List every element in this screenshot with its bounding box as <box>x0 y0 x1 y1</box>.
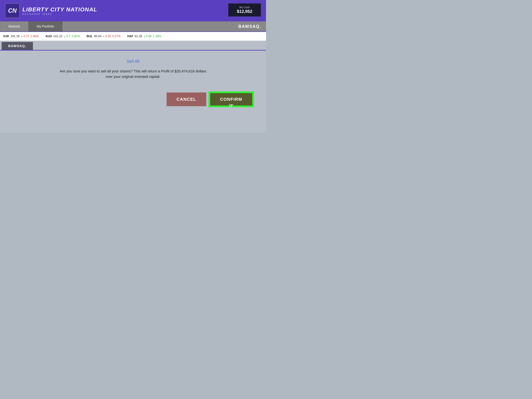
dialog-title: Sell All <box>10 59 256 64</box>
tab-markets[interactable]: Markets <box>0 21 28 32</box>
logo-icon: CN <box>5 3 20 18</box>
ticker-change: 0.25 <box>103 35 111 38</box>
logo-area: CN LIBERTY CITY NATIONAL EXCHANGE INDEX <box>5 3 97 18</box>
ticker-price: 181.18 <box>11 35 19 38</box>
sub-tab-bawsaq[interactable]: BAWSAQ. <box>2 42 33 50</box>
nav-bar: Markets My Portfolio BAWSAQ. <box>0 21 266 32</box>
tab-my-portfolio[interactable]: My Portfolio <box>28 21 63 32</box>
arrow-down-icon <box>21 35 23 38</box>
brand-text: LIBERTY CITY NATIONAL EXCHANGE INDEX <box>22 6 97 15</box>
ticker-price: 90.04 <box>94 35 101 38</box>
brand-name: LIBERTY CITY NATIONAL <box>22 6 97 13</box>
buttons-row: CANCEL CONFIRM ☞ <box>10 93 256 106</box>
cancel-button[interactable]: CANCEL <box>167 93 206 106</box>
sub-tab-bar: BAWSAQ. <box>0 41 266 51</box>
ticker-pct: 1.39% <box>153 35 161 38</box>
ticker-change: 4.72 <box>21 35 29 38</box>
dialog-message: Are you sure you want to sell all your s… <box>59 69 207 79</box>
cash-amount: $12,952 <box>233 9 256 14</box>
ticker-item-aug: AUG 141.22 9.7 5.82% <box>45 35 80 38</box>
arrow-up-icon <box>64 35 66 38</box>
arrow-down-icon <box>103 35 105 38</box>
ticker-price: 141.22 <box>53 35 62 38</box>
ticker-symbol: BUL <box>87 35 93 38</box>
brand-sub: EXCHANGE INDEX <box>22 13 97 15</box>
ticker-item-hjk: HJK 181.18 4.72 2.66% <box>3 35 39 38</box>
ticker-symbol: HJK <box>3 35 9 38</box>
ticker-symbol: HAF <box>127 35 133 38</box>
cash-label: My Cash <box>233 6 256 9</box>
dialog-area: Sell All Are you sure you want to sell a… <box>0 51 266 133</box>
ticker-change: 9.7 <box>64 35 70 38</box>
ticker-item-bul: BUL 90.04 0.25 0.27% <box>87 35 121 38</box>
ticker-pct: 0.27% <box>112 35 121 38</box>
ticker-price: 61.28 <box>135 35 142 38</box>
bawsaq-nav-logo: BAWSAQ. <box>233 21 266 32</box>
ticker-item-haf: HAF 61.28 0.86 1.39% <box>127 35 161 38</box>
ticker-symbol: AUG <box>45 35 52 38</box>
ticker-pct: 5.82% <box>72 35 80 38</box>
arrow-up-icon <box>143 35 145 38</box>
ticker-pct: 2.66% <box>31 35 39 38</box>
cursor-icon: ☞ <box>229 102 234 109</box>
header: CN LIBERTY CITY NATIONAL EXCHANGE INDEX … <box>0 0 266 21</box>
cash-box: My Cash $12,952 <box>228 3 261 17</box>
content-area: BAWSAQ. Sell All Are you sure you want t… <box>0 41 266 133</box>
ticker-bar: HJK 181.18 4.72 2.66% AUG 141.22 9.7 5.8… <box>0 32 266 41</box>
ticker-change: 0.86 <box>143 35 152 38</box>
confirm-button[interactable]: CONFIRM ☞ <box>209 93 253 106</box>
